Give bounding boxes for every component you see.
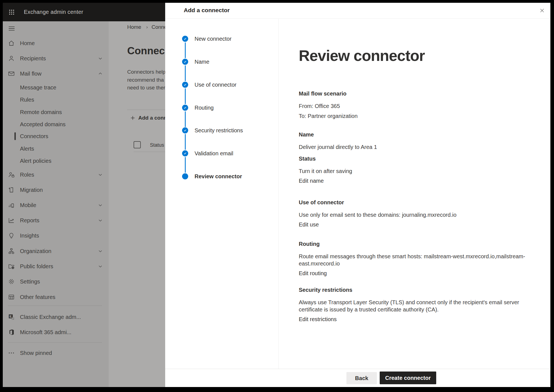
page-title: Connec (127, 45, 165, 57)
breadcrumb-home[interactable]: Home (127, 24, 141, 30)
sidebar: Home Recipients Mail flow Message trace … (3, 21, 109, 387)
section-use-of-connector: Use of connector Use only for email sent… (299, 199, 543, 228)
step-connector-line (185, 134, 186, 150)
page-intro-line: recommend tha (127, 77, 164, 83)
mail-flow-to: To: Partner organization (299, 112, 543, 120)
waffle-icon[interactable] (6, 6, 18, 18)
review-panel: Review connector Mail flow scenario From… (279, 19, 550, 369)
page-background: Home Conne Connec Connectors help recomm… (109, 21, 165, 387)
step-connector-line (185, 157, 186, 173)
step-check-icon (182, 105, 188, 111)
step-connector-line (185, 65, 186, 81)
plus-icon (130, 115, 136, 121)
create-connector-button[interactable]: Create connector (380, 372, 436, 384)
selected-indicator (14, 132, 16, 140)
mail-icon (8, 70, 15, 77)
hamburger-menu-icon[interactable] (8, 25, 16, 32)
divider (127, 110, 165, 110)
org-chart-icon (8, 247, 15, 255)
sidebar-item-settings[interactable]: Settings (3, 277, 109, 287)
section-mail-flow-scenario: Mail flow scenario From: Office 365 To: … (299, 90, 543, 120)
lightbulb-icon (8, 232, 15, 239)
person-icon (8, 55, 15, 62)
sidebar-item-message-trace[interactable]: Message trace (3, 82, 109, 92)
sidebar-item-alert-policies[interactable]: Alert policies (3, 156, 109, 166)
close-icon[interactable] (537, 6, 547, 16)
chevron-down-icon (98, 218, 103, 223)
chevron-down-icon (98, 248, 103, 254)
migration-icon (8, 186, 15, 194)
sidebar-item-accepted-domains[interactable]: Accepted domains (3, 119, 109, 129)
step-check-icon (182, 59, 188, 65)
section-heading: Status (299, 155, 543, 162)
chevron-up-icon (98, 71, 103, 76)
dialog-footer: Back Create connector (165, 369, 550, 387)
sidebar-item-home[interactable]: Home (3, 38, 109, 48)
status-value: Turn it on after saving (299, 167, 543, 175)
back-button[interactable]: Back (346, 372, 377, 384)
classic-exchange-icon: E (8, 313, 15, 321)
sidebar-item-mobile[interactable]: Mobile (3, 200, 109, 210)
step-connector-line (185, 88, 186, 104)
section-heading: Mail flow scenario (299, 90, 543, 97)
mail-flow-from: From: Office 365 (299, 102, 543, 110)
step-connector-line (185, 42, 186, 58)
sidebar-item-alerts[interactable]: Alerts (3, 144, 109, 154)
divider (134, 152, 165, 152)
dialog-header: Add a connector (165, 3, 550, 19)
chevron-down-icon (98, 202, 103, 208)
chevron-right-icon (145, 26, 149, 29)
table-icon (8, 293, 15, 301)
home-icon (8, 40, 15, 47)
roles-icon (8, 171, 15, 178)
page-intro-line: Connectors help (127, 69, 165, 75)
routing-value: Route email messages through these smart… (299, 253, 543, 267)
svg-text:E: E (10, 315, 12, 318)
page-intro-line: need to use ther (127, 85, 165, 91)
security-restrictions-value: Always use Transport Layer Security (TLS… (299, 299, 543, 313)
chevron-down-icon (98, 172, 103, 177)
sidebar-item-recipients[interactable]: Recipients (3, 53, 109, 63)
sidebar-item-classic-exchange[interactable]: E Classic Exchange adm... (3, 312, 109, 322)
breadcrumb: Home Conne (127, 24, 165, 30)
edit-restrictions-link[interactable]: Edit restrictions (299, 316, 337, 323)
step-current-dot (182, 173, 188, 179)
chevron-down-icon (98, 56, 103, 61)
use-of-connector-value: Use only for email sent to these domains… (299, 211, 543, 218)
edit-use-link[interactable]: Edit use (299, 221, 319, 228)
status-column-header: Status (150, 142, 164, 148)
sidebar-item-roles[interactable]: Roles (3, 170, 109, 180)
sidebar-item-remote-domains[interactable]: Remote domains (3, 107, 109, 117)
edit-name-link[interactable]: Edit name (299, 177, 324, 184)
section-routing: Routing Route email messages through the… (299, 241, 543, 277)
breadcrumb-current[interactable]: Conne (152, 24, 165, 30)
mobile-icon (8, 202, 15, 209)
section-name: Name Deliver journal directly to Area 1 (299, 131, 543, 151)
sidebar-item-public-folders[interactable]: Public folders (3, 261, 109, 271)
sidebar-item-microsoft-365[interactable]: Microsoft 365 admi... (3, 327, 109, 337)
sidebar-divider (8, 342, 102, 343)
review-title: Review connector (299, 47, 550, 65)
sidebar-item-insights[interactable]: Insights (3, 231, 109, 241)
sidebar-item-connectors[interactable]: Connectors (3, 131, 109, 141)
sidebar-item-mail-flow[interactable]: Mail flow (3, 69, 109, 79)
sidebar-item-organization[interactable]: Organization (3, 246, 109, 256)
edit-routing-link[interactable]: Edit routing (299, 270, 327, 277)
sidebar-item-reports[interactable]: Reports (3, 215, 109, 225)
section-status: Status Turn it on after saving Edit name (299, 155, 543, 184)
sidebar-item-other-features[interactable]: Other features (3, 292, 109, 302)
screen: Exchange admin center Home Recipients Ma… (0, 0, 554, 392)
sidebar-item-migration[interactable]: Migration (3, 185, 109, 195)
ellipsis-icon (8, 349, 15, 357)
sidebar-item-rules[interactable]: Rules (3, 95, 109, 105)
section-heading: Security restrictions (299, 287, 543, 293)
dialog-body: New connector Name Use of connector Rout… (165, 19, 550, 369)
reports-icon (8, 217, 15, 224)
select-all-checkbox[interactable] (134, 141, 141, 148)
app-title: Exchange admin center (24, 9, 83, 15)
add-connector-button[interactable]: Add a conn (130, 115, 165, 121)
add-connector-dialog: Add a connector New connector Name (165, 3, 550, 387)
dialog-title: Add a connector (184, 7, 230, 14)
sidebar-item-show-pinned[interactable]: Show pinned (3, 348, 109, 358)
folder-globe-icon (8, 263, 15, 270)
